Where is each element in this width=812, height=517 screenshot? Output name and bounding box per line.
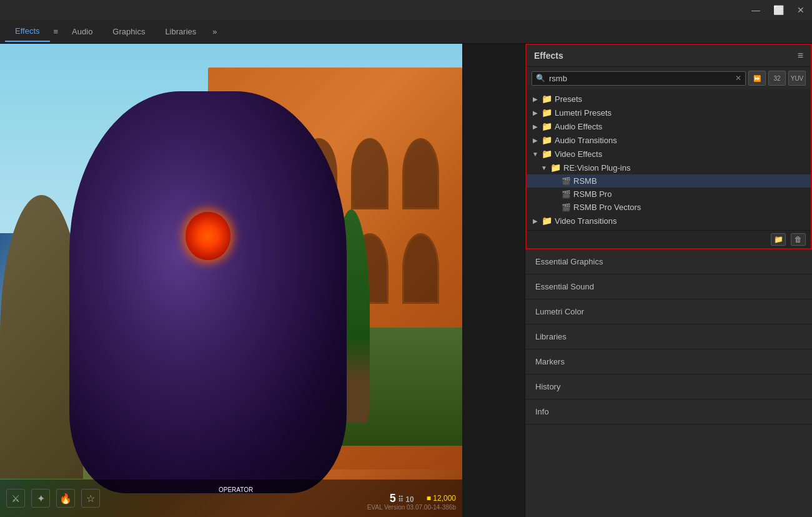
tree-arrow: ▼ bbox=[532, 151, 539, 158]
effect-icon: 🎬 bbox=[562, 190, 571, 199]
tree-item-lumetri-presets[interactable]: ▶ 📁 Lumetri Presets bbox=[527, 106, 811, 119]
folder-icon: 📁 bbox=[542, 135, 552, 145]
tree-item-video-effects[interactable]: ▼ 📁 Video Effects bbox=[527, 147, 811, 161]
panel-item-info[interactable]: Info bbox=[525, 399, 812, 424]
hud-gold: ■ 12,000 bbox=[427, 494, 456, 503]
tree-item-rsmb-pro-vectors[interactable]: 🎬 RSMB Pro Vectors bbox=[527, 201, 811, 214]
folder-icon: 📁 bbox=[550, 163, 561, 173]
tree-item-presets[interactable]: ▶ 📁 Presets bbox=[527, 92, 811, 106]
folder-icon: 📁 bbox=[542, 121, 552, 131]
maximize-button[interactable]: ⬜ bbox=[772, 5, 785, 15]
tree-label: Lumetri Presets bbox=[555, 108, 611, 118]
tree-arrow: ▶ bbox=[532, 109, 539, 116]
side-panels-list: Essential Graphics Essential Sound Lumet… bbox=[525, 249, 812, 517]
tree-arrow: ▶ bbox=[532, 137, 539, 144]
tab-menu-icon[interactable]: ≡ bbox=[50, 22, 62, 41]
tree-arrow: ▶ bbox=[532, 218, 539, 224]
search-clear-button[interactable]: ✕ bbox=[735, 74, 741, 83]
panel-item-history[interactable]: History bbox=[525, 374, 812, 399]
tree-item-rsmb-pro[interactable]: 🎬 RSMB Pro bbox=[527, 188, 811, 201]
effects-panel-title: Effects bbox=[534, 51, 563, 61]
effects-menu-button[interactable]: ≡ bbox=[798, 50, 803, 61]
search-input[interactable] bbox=[549, 74, 731, 83]
preview-image: ⚔ ✦ 🔥 ☆ 5 ⠿ 10 ■ 12,000 OPERATOR EVAL Ve… bbox=[0, 44, 462, 517]
32bit-button[interactable]: 32 bbox=[768, 71, 786, 86]
tree-label-rsmb-pro: RSMB Pro bbox=[573, 189, 611, 199]
preview-area: ⚔ ✦ 🔥 ☆ 5 ⠿ 10 ■ 12,000 OPERATOR EVAL Ve… bbox=[0, 44, 525, 517]
tree-label-rsmb: RSMB bbox=[573, 176, 597, 186]
hud-icon-2: ✦ bbox=[31, 489, 50, 508]
yuv-button[interactable]: YUV bbox=[788, 71, 806, 86]
effects-tree: ▶ 📁 Presets ▶ 📁 Lumetri Presets ▶ 📁 Audi… bbox=[527, 89, 811, 230]
tree-item-video-transitions[interactable]: ▶ 📁 Video Transitions bbox=[527, 214, 811, 228]
character-eye bbox=[186, 212, 230, 260]
watermark: EVAL Version 03.07.00-14-386b bbox=[367, 504, 456, 511]
scene-character bbox=[69, 91, 347, 493]
hud-ammo: 5 ⠿ 10 bbox=[390, 492, 414, 505]
tab-libraries[interactable]: Libraries bbox=[155, 22, 206, 41]
tab-effects[interactable]: Effects bbox=[5, 21, 50, 42]
hud-icon-4: ☆ bbox=[81, 489, 100, 508]
tabbar: Effects ≡ Audio Graphics Libraries » bbox=[0, 20, 812, 44]
effects-header: Effects ≡ bbox=[527, 45, 811, 67]
tree-label-rsmb-pro-vectors: RSMB Pro Vectors bbox=[573, 203, 641, 212]
effect-icon: 🎬 bbox=[562, 177, 571, 186]
panel-item-essential-graphics[interactable]: Essential Graphics bbox=[525, 249, 812, 274]
main-content: ⚔ ✦ 🔥 ☆ 5 ⠿ 10 ■ 12,000 OPERATOR EVAL Ve… bbox=[0, 44, 812, 517]
tree-label-audio-effects: Audio Effects bbox=[555, 122, 602, 131]
titlebar: — ⬜ ✕ bbox=[0, 0, 812, 20]
search-icon: 🔍 bbox=[536, 74, 545, 83]
delete-button[interactable]: 🗑 bbox=[791, 233, 806, 246]
operator-label: OPERATOR bbox=[219, 486, 253, 493]
hud-icon-3: 🔥 bbox=[56, 489, 75, 508]
tree-arrow: ▶ bbox=[532, 96, 539, 103]
tab-graphics[interactable]: Graphics bbox=[102, 22, 155, 41]
tree-label-video-transitions: Video Transitions bbox=[555, 216, 617, 226]
panel-item-markers[interactable]: Markers bbox=[525, 349, 812, 374]
minimize-button[interactable]: — bbox=[750, 5, 762, 15]
effect-icon: 🎬 bbox=[562, 203, 571, 212]
right-panel: Effects ≡ 🔍 ✕ ⏩ 32 YUV ▶ 📁 Presets bbox=[525, 44, 812, 517]
search-box: 🔍 ✕ bbox=[532, 71, 746, 86]
new-folder-button[interactable]: 📁 bbox=[771, 233, 786, 246]
effects-toolbar: 🔍 ✕ ⏩ 32 YUV bbox=[527, 67, 811, 89]
tree-label-revision-plugins: RE:Vision Plug-ins bbox=[563, 163, 630, 173]
tree-item-revision-plugins[interactable]: ▼ 📁 RE:Vision Plug-ins bbox=[527, 161, 811, 174]
folder-icon: 📁 bbox=[542, 149, 552, 159]
tree-item-audio-effects[interactable]: ▶ 📁 Audio Effects bbox=[527, 119, 811, 133]
tab-more-button[interactable]: » bbox=[209, 22, 220, 41]
tab-audio[interactable]: Audio bbox=[62, 22, 102, 41]
tree-item-audio-transitions[interactable]: ▶ 📁 Audio Transitions bbox=[527, 133, 811, 147]
effects-footer: 📁 🗑 bbox=[527, 230, 811, 248]
close-button[interactable]: ✕ bbox=[795, 5, 807, 15]
tree-label-video-effects: Video Effects bbox=[555, 149, 602, 159]
folder-icon: 📁 bbox=[542, 108, 552, 118]
accelerated-effects-button[interactable]: ⏩ bbox=[748, 71, 766, 86]
panel-item-libraries[interactable]: Libraries bbox=[525, 324, 812, 349]
tree-arrow: ▼ bbox=[540, 164, 548, 171]
folder-icon: 📁 bbox=[542, 94, 552, 104]
tree-arrow: ▶ bbox=[532, 123, 539, 130]
hud: ⚔ ✦ 🔥 ☆ 5 ⠿ 10 ■ 12,000 bbox=[0, 479, 462, 517]
tree-label-audio-transitions: Audio Transitions bbox=[555, 136, 617, 145]
folder-icon: 📁 bbox=[542, 216, 552, 226]
effects-panel: Effects ≡ 🔍 ✕ ⏩ 32 YUV ▶ 📁 Presets bbox=[525, 44, 812, 249]
panel-item-essential-sound[interactable]: Essential Sound bbox=[525, 274, 812, 299]
hud-icon-1: ⚔ bbox=[6, 489, 25, 508]
tree-label: Presets bbox=[555, 94, 582, 104]
tree-item-rsmb[interactable]: 🎬 RSMB bbox=[527, 174, 811, 188]
panel-item-lumetri-color[interactable]: Lumetri Color bbox=[525, 299, 812, 324]
